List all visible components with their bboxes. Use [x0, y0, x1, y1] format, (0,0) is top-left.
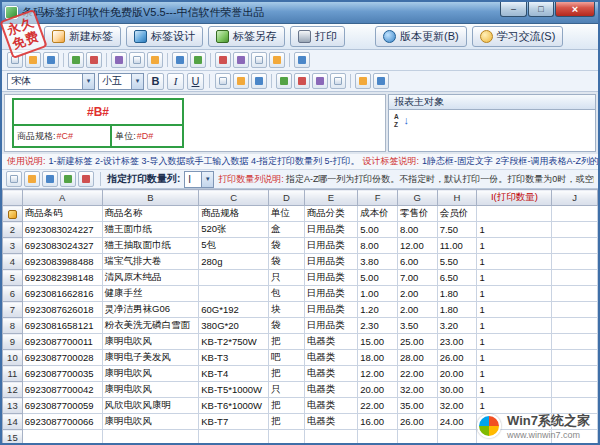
- cell[interactable]: [552, 350, 598, 366]
- cell[interactable]: 3.20: [437, 318, 477, 334]
- row-header-10[interactable]: 10: [3, 350, 23, 366]
- cell[interactable]: 猫王面巾纸: [102, 222, 199, 238]
- cell[interactable]: 瑞宝气排大卷: [102, 254, 199, 270]
- cell[interactable]: [552, 302, 598, 318]
- sort-az-icon[interactable]: [393, 113, 409, 129]
- save-label-as-button[interactable]: 标签另存: [208, 26, 285, 47]
- chevron-down-icon[interactable]: [131, 74, 143, 89]
- cell[interactable]: 22.00: [358, 398, 398, 414]
- cell[interactable]: 6923087700066: [22, 414, 102, 430]
- cell[interactable]: 日用品类: [304, 302, 358, 318]
- font-color-icon[interactable]: [330, 73, 346, 89]
- cell[interactable]: 清风原木纯品: [102, 270, 199, 286]
- cell[interactable]: 5.00: [358, 222, 398, 238]
- cell[interactable]: 6923083988488: [22, 254, 102, 270]
- cell[interactable]: [552, 334, 598, 350]
- redo-icon[interactable]: [190, 52, 206, 68]
- cell[interactable]: 60G*192: [199, 302, 269, 318]
- cell[interactable]: 只: [269, 382, 305, 398]
- cell[interactable]: 7.00: [397, 270, 437, 286]
- insert-row-icon[interactable]: [215, 52, 231, 68]
- font-size-select[interactable]: 小五: [98, 73, 144, 90]
- cell[interactable]: [552, 366, 598, 382]
- cell[interactable]: 电器类: [304, 414, 358, 430]
- cell[interactable]: 6923083024227: [22, 222, 102, 238]
- col-header-D[interactable]: D: [269, 190, 305, 206]
- bold-button[interactable]: B: [147, 73, 164, 90]
- cell[interactable]: 成本价: [358, 206, 398, 222]
- italic-button[interactable]: I: [167, 73, 184, 90]
- cell[interactable]: 康明电吹风: [102, 366, 199, 382]
- cell[interactable]: 23.00: [437, 334, 477, 350]
- cell[interactable]: 商品分类: [304, 206, 358, 222]
- cell[interactable]: 1.80: [437, 302, 477, 318]
- cell[interactable]: 18.00: [358, 350, 398, 366]
- cell[interactable]: 6.50: [437, 270, 477, 286]
- cell[interactable]: 12.00: [358, 366, 398, 382]
- row-header-9[interactable]: 9: [3, 334, 23, 350]
- cell[interactable]: 1: [477, 286, 552, 302]
- sort-asc-icon[interactable]: [251, 52, 267, 68]
- cell[interactable]: [552, 238, 598, 254]
- cell[interactable]: 康明电子美发风: [102, 350, 199, 366]
- cell[interactable]: 块: [269, 302, 305, 318]
- cell[interactable]: 会员价: [437, 206, 477, 222]
- align-left-icon[interactable]: [215, 73, 231, 89]
- row-header-2[interactable]: 2: [3, 222, 23, 238]
- cell[interactable]: KB-T5*1000W: [199, 382, 269, 398]
- font-icon[interactable]: [42, 171, 58, 187]
- cell[interactable]: 5.00: [358, 270, 398, 286]
- maximize-button[interactable]: [528, 2, 554, 17]
- cell[interactable]: [552, 318, 598, 334]
- border-grid-icon[interactable]: [294, 73, 310, 89]
- cell[interactable]: 电器类: [304, 334, 358, 350]
- print-preview-icon[interactable]: [86, 52, 102, 68]
- cell[interactable]: KB-T3: [199, 350, 269, 366]
- cell[interactable]: [477, 206, 552, 222]
- cell[interactable]: 1: [477, 382, 552, 398]
- cell[interactable]: 盒: [269, 222, 305, 238]
- cell[interactable]: 1: [477, 366, 552, 382]
- col-header-I[interactable]: I(打印数量): [477, 190, 552, 206]
- cell[interactable]: 1: [477, 350, 552, 366]
- cell[interactable]: 商品规格: [199, 206, 269, 222]
- cell[interactable]: 粉衣美洗无磷白雪面: [102, 318, 199, 334]
- cell[interactable]: 280g: [199, 254, 269, 270]
- cell[interactable]: 1: [477, 334, 552, 350]
- cell[interactable]: [199, 286, 269, 302]
- cell[interactable]: 1: [477, 302, 552, 318]
- cell[interactable]: 灵净洁男袜G06: [102, 302, 199, 318]
- cell[interactable]: 35.00: [397, 398, 437, 414]
- cell[interactable]: 单位: [269, 206, 305, 222]
- label-field-b[interactable]: #B#: [14, 100, 182, 126]
- cell[interactable]: [199, 430, 269, 444]
- cell[interactable]: 电器类: [304, 382, 358, 398]
- corner-cell[interactable]: [3, 190, 23, 206]
- cell[interactable]: [22, 430, 102, 444]
- label-spec-cell[interactable]: 商品规格: #C#: [14, 126, 112, 146]
- cell[interactable]: 6923081658121: [22, 318, 102, 334]
- cell[interactable]: 袋: [269, 238, 305, 254]
- cell[interactable]: 8.00: [358, 238, 398, 254]
- underline-button[interactable]: U: [187, 73, 204, 90]
- font-family-select[interactable]: 宋体: [7, 73, 95, 90]
- row-header-14[interactable]: 14: [3, 414, 23, 430]
- cell[interactable]: 康明电吹风: [102, 334, 199, 350]
- cell[interactable]: [102, 430, 199, 444]
- col-header-B[interactable]: B: [102, 190, 199, 206]
- col-header-J[interactable]: J: [552, 190, 598, 206]
- print-button[interactable]: 打印: [290, 26, 345, 47]
- cell[interactable]: 8.00: [397, 222, 437, 238]
- cell[interactable]: 380G*20: [199, 318, 269, 334]
- cell[interactable]: [269, 430, 305, 444]
- cell[interactable]: [552, 254, 598, 270]
- cell[interactable]: 商品名称: [102, 206, 199, 222]
- cell[interactable]: KB-T7: [199, 414, 269, 430]
- cell[interactable]: 20.00: [437, 366, 477, 382]
- cell[interactable]: 猫王抽取面巾纸: [102, 238, 199, 254]
- design-label-button[interactable]: 标签设计: [126, 26, 203, 47]
- paste-icon[interactable]: [147, 52, 163, 68]
- cell[interactable]: 6923087700028: [22, 350, 102, 366]
- cut-icon[interactable]: [111, 52, 127, 68]
- cell[interactable]: 11.00: [437, 238, 477, 254]
